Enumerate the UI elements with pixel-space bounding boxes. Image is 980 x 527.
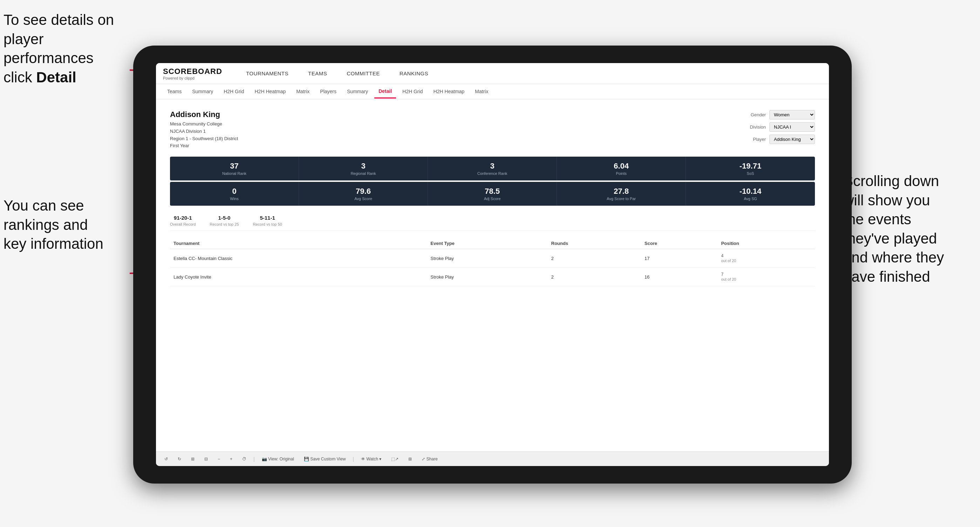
stats-grid-row2: 0 Wins 79.6 Avg Score 78.5 Adj Score 27.… — [170, 182, 815, 206]
conference-rank-label: Conference Rank — [432, 171, 552, 176]
stat-conference-rank: 3 Conference Rank — [428, 157, 557, 181]
stat-points: 6.04 Points — [557, 157, 686, 181]
nav-rankings[interactable]: RANKINGS — [397, 69, 431, 78]
top25-record-label: Record vs top 25 — [210, 222, 239, 226]
toolbar-share[interactable]: ⤢ Share — [419, 455, 440, 463]
gender-label: Gender — [745, 112, 766, 117]
bottom-toolbar: ↺ ↻ ⊞ ⊟ − + ⏱ | 📷 View: Original 💾 Save … — [156, 451, 829, 466]
subnav-h2hheatmap2[interactable]: H2H Heatmap — [429, 85, 469, 98]
logo-subtitle: Powered by clippd — [163, 76, 222, 80]
tournament-table: Tournament Event Type Rounds Score Posit… — [170, 238, 815, 286]
position-1: 4out of 20 — [718, 249, 815, 268]
avg-sg-value: -10.14 — [690, 187, 811, 196]
content-area: Addison King Mesa Community College NJCA… — [156, 100, 829, 451]
table-row: Lady Coyote Invite Stroke Play 2 16 7out… — [170, 268, 815, 286]
avg-score-par-value: 27.8 — [561, 187, 681, 196]
player-year: First Year — [170, 142, 238, 149]
toolbar-watch[interactable]: 👁 Watch ▾ — [358, 455, 384, 463]
toolbar-save-custom[interactable]: 💾 Save Custom View — [301, 455, 349, 463]
toolbar-plus[interactable]: + — [227, 455, 235, 463]
subnav-h2hgrid2[interactable]: H2H Grid — [398, 85, 427, 98]
toolbar-clock[interactable]: ⏱ — [239, 455, 249, 463]
subnav-matrix[interactable]: Matrix — [292, 85, 314, 98]
national-rank-value: 37 — [174, 162, 294, 171]
toolbar-redo[interactable]: ↻ — [175, 455, 184, 463]
stat-national-rank: 37 National Rank — [170, 157, 299, 181]
sos-value: -19.71 — [690, 162, 811, 171]
event-type-1: Stroke Play — [427, 249, 547, 268]
player-select[interactable]: Addison King — [769, 135, 815, 144]
table-row: Estella CC- Mountain Classic Stroke Play… — [170, 249, 815, 268]
player-school: Mesa Community College — [170, 121, 238, 128]
gender-select[interactable]: Women Men — [769, 110, 815, 119]
record-top25: 1-5-0 Record vs top 25 — [210, 215, 239, 227]
player-info: Addison King Mesa Community College NJCA… — [170, 110, 238, 149]
player-header: Addison King Mesa Community College NJCA… — [170, 110, 815, 149]
record-top50: 5-11-1 Record vs top 50 — [253, 215, 282, 227]
avg-score-label: Avg Score — [303, 197, 423, 201]
annotation-topleft: To see details on player performances cl… — [3, 11, 137, 87]
avg-sg-label: Avg SG — [690, 197, 811, 201]
rounds-2: 2 — [548, 268, 641, 286]
top50-record-value: 5-11-1 — [253, 215, 282, 221]
division-select[interactable]: NJCAA I NJCAA II — [769, 122, 815, 132]
division-label: Division — [745, 124, 766, 130]
score-2: 16 — [641, 268, 718, 286]
subnav-h2hgrid[interactable]: H2H Grid — [220, 85, 248, 98]
avg-score-value: 79.6 — [303, 187, 423, 196]
col-event-type: Event Type — [427, 238, 547, 249]
subnav-summary[interactable]: Summary — [188, 85, 217, 98]
nav-teams[interactable]: TEAMS — [305, 69, 330, 78]
player-label: Player — [745, 137, 766, 142]
main-content: Addison King Mesa Community College NJCA… — [156, 100, 829, 451]
toolbar-expand[interactable]: ⬚↗ — [388, 455, 401, 463]
tablet-screen: SCOREBOARD Powered by clippd TOURNAMENTS… — [156, 63, 829, 466]
regional-rank-label: Regional Rank — [303, 171, 423, 176]
nav-committee[interactable]: COMMITTEE — [344, 69, 383, 78]
division-filter-row: Division NJCAA I NJCAA II — [745, 122, 815, 132]
toolbar-zoom-out[interactable]: ⊟ — [202, 455, 211, 463]
record-overall: 91-20-1 Overall Record — [170, 215, 196, 227]
avg-score-par-label: Avg Score to Par — [561, 197, 681, 201]
toolbar-grid[interactable]: ⊞ — [406, 455, 415, 463]
adj-score-label: Adj Score — [432, 197, 552, 201]
subnav-players[interactable]: Players — [316, 85, 341, 98]
player-filters: Gender Women Men Division NJCAA I NJCAA … — [745, 110, 815, 144]
records-row: 91-20-1 Overall Record 1-5-0 Record vs t… — [170, 211, 815, 231]
top-nav: SCOREBOARD Powered by clippd TOURNAMENTS… — [156, 63, 829, 84]
toolbar-minus[interactable]: − — [215, 455, 223, 463]
subnav-teams[interactable]: Teams — [163, 85, 186, 98]
logo-title: SCOREBOARD — [163, 67, 222, 76]
stat-adj-score: 78.5 Adj Score — [428, 182, 557, 206]
subnav-h2hheatmap[interactable]: H2H Heatmap — [251, 85, 290, 98]
event-type-2: Stroke Play — [427, 268, 547, 286]
stat-sos: -19.71 SoS — [686, 157, 815, 181]
toolbar-undo[interactable]: ↺ — [162, 455, 171, 463]
player-region: Region 1 - Southwest (18) District — [170, 135, 238, 143]
points-label: Points — [561, 171, 681, 176]
toolbar-view-original[interactable]: 📷 View: Original — [259, 455, 297, 463]
player-filter-row: Player Addison King — [745, 135, 815, 144]
col-rounds: Rounds — [548, 238, 641, 249]
regional-rank-value: 3 — [303, 162, 423, 171]
wins-label: Wins — [174, 197, 294, 201]
col-tournament: Tournament — [170, 238, 427, 249]
nav-tournaments[interactable]: TOURNAMENTS — [243, 69, 291, 78]
annotation-bottomright: Scrolling down will show you the events … — [843, 172, 977, 287]
player-name: Addison King — [170, 110, 238, 119]
stat-regional-rank: 3 Regional Rank — [299, 157, 428, 181]
subnav-matrix2[interactable]: Matrix — [471, 85, 492, 98]
subnav-detail[interactable]: Detail — [374, 85, 396, 98]
player-division: NJCAA Division 1 — [170, 128, 238, 135]
rounds-1: 2 — [548, 249, 641, 268]
adj-score-value: 78.5 — [432, 187, 552, 196]
gender-filter-row: Gender Women Men — [745, 110, 815, 119]
sub-nav: Teams Summary H2H Grid H2H Heatmap Matri… — [156, 84, 829, 100]
top50-record-label: Record vs top 50 — [253, 222, 282, 226]
wins-value: 0 — [174, 187, 294, 196]
col-position: Position — [718, 238, 815, 249]
toolbar-zoom-in[interactable]: ⊞ — [188, 455, 197, 463]
subnav-summary2[interactable]: Summary — [343, 85, 372, 98]
logo: SCOREBOARD Powered by clippd — [163, 67, 222, 80]
score-1: 17 — [641, 249, 718, 268]
